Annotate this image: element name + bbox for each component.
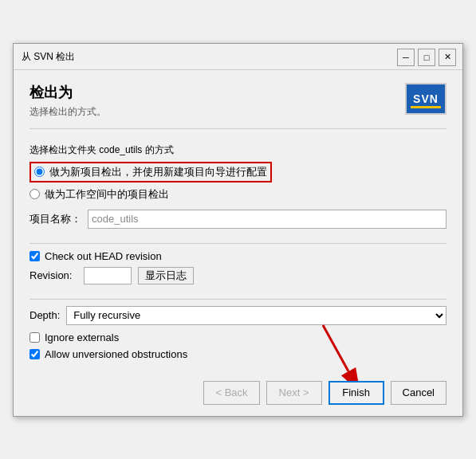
depth-label: Depth: — [30, 309, 60, 321]
ignore-externals-checkbox[interactable] — [30, 332, 40, 343]
window-title: 从 SVN 检出 — [22, 50, 397, 64]
revision-input[interactable] — [84, 267, 132, 284]
radio-option2[interactable] — [30, 189, 40, 199]
header-text: 检出为 选择检出的方式。 — [30, 83, 106, 119]
revision-row: Revision: 显示日志 — [30, 267, 446, 284]
ignore-externals-label: Ignore externals — [45, 332, 119, 343]
svn-logo-line — [411, 106, 441, 108]
title-bar: 从 SVN 检出 ─ □ ✕ — [14, 44, 462, 70]
head-revision-label: Check out HEAD revision — [45, 250, 162, 262]
project-name-label: 项目名称： — [30, 212, 81, 226]
radio-option1-label[interactable]: 做为新项目检出，并使用新建项目向导进行配置 — [30, 162, 446, 182]
project-name-row: 项目名称： — [30, 210, 446, 229]
svn-logo-text: SVN — [413, 92, 439, 105]
finish-button[interactable]: Finish — [328, 381, 384, 405]
radio-option1-text: 做为新项目检出，并使用新建项目向导进行配置 — [49, 165, 267, 179]
head-revision-row: Check out HEAD revision — [30, 250, 446, 262]
depth-divider — [30, 299, 446, 300]
ignore-externals-row: Ignore externals — [30, 332, 446, 343]
radio-group: 做为新项目检出，并使用新建项目向导进行配置 做为工作空间中的项目检出 — [30, 162, 446, 202]
project-name-input[interactable] — [88, 210, 446, 229]
mid-divider — [30, 243, 446, 244]
top-divider — [30, 128, 446, 129]
depth-row: Depth: Fully recursive Immediate childre… — [30, 306, 446, 325]
radio-option2-text: 做为工作空间中的项目检出 — [45, 187, 169, 202]
show-log-button[interactable]: 显示日志 — [138, 267, 194, 284]
minimize-button[interactable]: ─ — [397, 49, 415, 66]
page-title: 检出为 — [30, 83, 106, 102]
svn-logo: SVN — [405, 83, 446, 115]
allow-unversioned-row: Allow unversioned obstructions — [30, 348, 446, 360]
next-button[interactable]: Next > — [266, 381, 322, 405]
content-area: 检出为 选择检出的方式。 SVN 选择检出文件夹 code_utils 的方式 … — [14, 70, 462, 373]
cancel-button[interactable]: Cancel — [391, 381, 446, 405]
title-controls: ─ □ ✕ — [397, 49, 456, 66]
radio-option1-box: 做为新项目检出，并使用新建项目向导进行配置 — [30, 162, 272, 182]
footer: < Back Next > Finish Cancel — [14, 373, 462, 416]
page-subtitle: 选择检出的方式。 — [30, 105, 106, 119]
back-button[interactable]: < Back — [203, 381, 259, 405]
head-revision-checkbox[interactable] — [30, 251, 40, 261]
depth-select[interactable]: Fully recursive Immediate children Only … — [66, 306, 446, 325]
radio-option2-label[interactable]: 做为工作空间中的项目检出 — [30, 187, 446, 202]
header-row: 检出为 选择检出的方式。 SVN — [30, 83, 446, 119]
main-window: 从 SVN 检出 ─ □ ✕ 检出为 选择检出的方式。 SVN 选择检出文件夹 … — [13, 43, 463, 417]
allow-unversioned-checkbox[interactable] — [30, 349, 40, 359]
revision-label: Revision: — [30, 269, 77, 281]
close-button[interactable]: ✕ — [439, 49, 456, 66]
maximize-button[interactable]: □ — [418, 49, 435, 66]
allow-unversioned-label: Allow unversioned obstructions — [45, 348, 187, 360]
radio-option1[interactable] — [34, 167, 45, 177]
section-label: 选择检出文件夹 code_utils 的方式 — [30, 143, 446, 157]
